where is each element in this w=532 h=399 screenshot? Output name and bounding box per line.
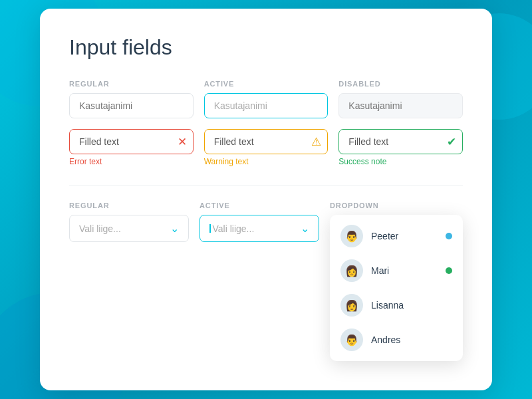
dropdown-regular-label: REGULAR <box>69 201 189 209</box>
success-field-col: ✔ Success note <box>338 129 463 166</box>
dropdown-name-andres: Andres <box>371 334 438 345</box>
main-card: Input fields REGULAR ACTIVE DISABLED <box>40 9 492 390</box>
regular-input-wrap <box>69 93 194 118</box>
text-fields-row-2: ✕ Error text ⚠ Warning text ✔ Success no… <box>69 129 463 166</box>
dropdown-name-lisanna: Lisanna <box>371 300 438 311</box>
error-input[interactable] <box>69 129 194 154</box>
page-title: Input fields <box>69 35 463 60</box>
disabled-input-wrap <box>338 93 463 118</box>
active-field-col: ACTIVE <box>204 80 329 118</box>
active-input[interactable] <box>204 93 329 118</box>
cursor-bar <box>209 224 211 233</box>
warning-input-wrap: ⚠ <box>204 129 329 154</box>
dropdown-regular-button[interactable]: Vali liige... ⌄ <box>69 215 189 242</box>
disabled-field-col: DISABLED <box>338 80 463 118</box>
list-item[interactable]: 👨 Andres <box>330 323 463 357</box>
dropdown-name-peeter: Peeter <box>371 231 438 241</box>
regular-label: REGULAR <box>69 80 194 88</box>
dropdown-fields-row: REGULAR Vali liige... ⌄ ACTIVE Vali liig… <box>69 201 463 361</box>
list-item[interactable]: 👩 Lisanna <box>330 288 463 323</box>
warning-icon: ⚠ <box>311 136 321 148</box>
success-icon: ✔ <box>447 136 456 148</box>
status-dot-peeter <box>446 233 452 239</box>
status-dot-lisanna <box>446 302 452 309</box>
success-input[interactable] <box>338 129 463 154</box>
error-field-col: ✕ Error text <box>69 129 194 166</box>
dropdown-regular-placeholder: Vali liige... <box>79 223 121 234</box>
warning-field-col: ⚠ Warning text <box>204 129 329 166</box>
regular-field-col: REGULAR <box>69 80 194 118</box>
dropdown-active-placeholder: Vali liige... <box>213 223 255 234</box>
dropdown-label: DROPDOWN <box>330 201 463 209</box>
warning-input[interactable] <box>204 129 329 154</box>
avatar-mari: 👩 <box>340 259 363 282</box>
warning-hint: Warning text <box>204 157 329 166</box>
dropdown-active-button[interactable]: Vali liige... ⌄ <box>200 215 319 242</box>
active-input-wrap <box>204 93 329 118</box>
list-item[interactable]: 👨 Peeter <box>330 219 463 253</box>
dropdown-active-col: ACTIVE Vali liige... ⌄ <box>200 201 319 361</box>
status-dot-mari <box>446 267 452 274</box>
chevron-down-active-icon: ⌄ <box>301 222 309 235</box>
text-fields-row-1: REGULAR ACTIVE DISABLED <box>69 80 463 118</box>
error-hint: Error text <box>69 157 194 166</box>
dropdown-active-wrap: Vali liige... ⌄ <box>200 215 319 242</box>
regular-input[interactable] <box>69 93 194 118</box>
dropdown-regular-wrap: Vali liige... ⌄ <box>69 215 189 242</box>
status-dot-andres <box>446 336 452 343</box>
chevron-down-icon: ⌄ <box>170 222 179 235</box>
success-hint: Success note <box>338 157 463 166</box>
disabled-input <box>338 93 463 118</box>
avatar-andres: 👨 <box>340 329 363 351</box>
active-label: ACTIVE <box>204 80 329 88</box>
divider <box>69 185 463 186</box>
disabled-label: DISABLED <box>338 80 463 88</box>
error-input-wrap: ✕ <box>69 129 194 154</box>
dropdown-regular-col: REGULAR Vali liige... ⌄ <box>69 201 189 361</box>
dropdown-active-label: ACTIVE <box>200 201 319 209</box>
dropdown-menu-col: DROPDOWN 👨 Peeter 👩 Mari 👩 L <box>330 201 463 361</box>
error-icon: ✕ <box>178 136 187 148</box>
dropdown-open-wrap: 👨 Peeter 👩 Mari 👩 Lisanna <box>330 215 463 361</box>
dropdown-menu: 👨 Peeter 👩 Mari 👩 Lisanna <box>330 215 463 361</box>
list-item[interactable]: 👩 Mari <box>330 253 463 288</box>
success-input-wrap: ✔ <box>338 129 463 154</box>
avatar-lisanna: 👩 <box>340 294 363 317</box>
dropdown-name-mari: Mari <box>371 265 438 276</box>
avatar-peeter: 👨 <box>340 225 363 247</box>
